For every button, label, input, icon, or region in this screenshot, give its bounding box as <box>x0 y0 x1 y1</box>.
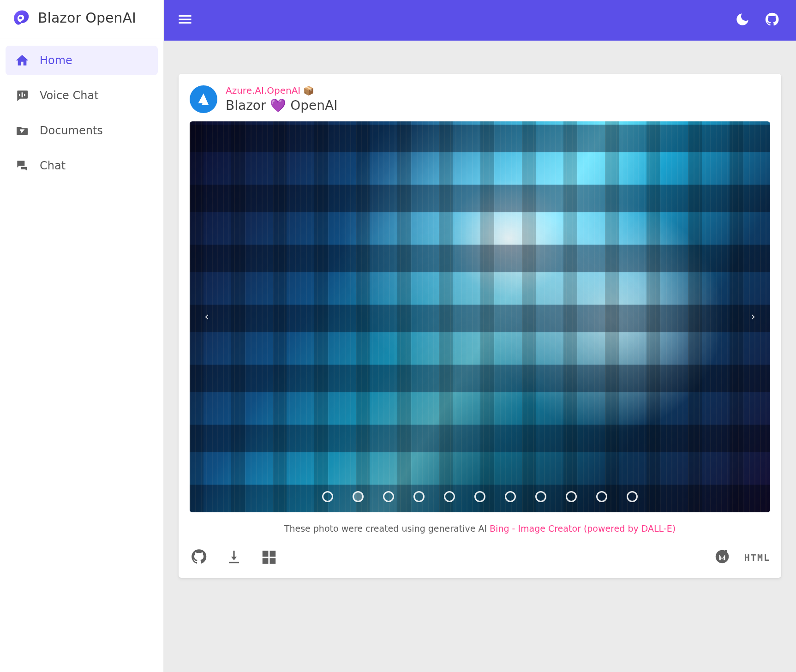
card-header-text: Azure.AI.OpenAI 📦 Blazor 💜 OpenAI <box>226 85 337 113</box>
sidebar: Blazor OpenAI Home Voice Chat Documents <box>0 0 164 672</box>
caption-text: These photo were created using generativ… <box>284 523 490 534</box>
carousel-prev-button[interactable]: ‹ <box>196 306 217 327</box>
github-icon <box>764 12 780 29</box>
carousel-next-button[interactable]: › <box>742 306 764 327</box>
sidebar-item-label: Voice Chat <box>40 89 99 102</box>
menu-button[interactable] <box>174 9 196 31</box>
chevron-left-icon: ‹ <box>204 310 209 323</box>
mudblazor-icon <box>713 548 731 567</box>
content-area: Azure.AI.OpenAI 📦 Blazor 💜 OpenAI ‹ › <box>164 41 796 672</box>
footer-windows-button[interactable] <box>260 548 278 567</box>
sidebar-item-label: Documents <box>40 124 103 137</box>
html-badge[interactable]: HTML <box>744 552 770 563</box>
sidebar-item-chat[interactable]: Chat <box>6 151 158 180</box>
svg-point-0 <box>19 17 22 19</box>
documents-icon <box>15 123 30 138</box>
card-title: Blazor 💜 OpenAI <box>226 98 337 113</box>
carousel-dot[interactable] <box>322 491 333 502</box>
carousel-dot[interactable] <box>444 491 455 502</box>
carousel-dot[interactable] <box>383 491 394 502</box>
carousel-dot[interactable] <box>413 491 425 502</box>
github-icon <box>190 548 208 567</box>
brand: Blazor OpenAI <box>0 0 163 38</box>
github-link-button[interactable] <box>761 9 783 31</box>
nuget-link-label: Azure.AI.OpenAI <box>226 85 300 96</box>
caption: These photo were created using generativ… <box>179 520 781 546</box>
carousel-dot[interactable] <box>596 491 607 502</box>
caption-link[interactable]: Bing - Image Creator (powered by DALL-E) <box>490 523 676 534</box>
home-card: Azure.AI.OpenAI 📦 Blazor 💜 OpenAI ‹ › <box>179 74 781 578</box>
footer-github-button[interactable] <box>190 548 208 567</box>
sidebar-item-voice-chat[interactable]: Voice Chat <box>6 81 158 110</box>
sidebar-item-home[interactable]: Home <box>6 46 158 75</box>
footer-right: HTML <box>713 548 770 567</box>
carousel-dot[interactable] <box>474 491 485 502</box>
chat-icon <box>15 158 30 173</box>
carousel-dot[interactable] <box>505 491 516 502</box>
package-icon: 📦 <box>303 85 314 96</box>
footer-mudblazor-button[interactable] <box>713 548 731 567</box>
sidebar-nav: Home Voice Chat Documents Chat <box>0 38 163 186</box>
carousel-dot[interactable] <box>353 491 364 502</box>
carousel-dot[interactable] <box>566 491 577 502</box>
theme-toggle-button[interactable] <box>731 9 754 31</box>
chevron-right-icon: › <box>751 310 755 323</box>
image-carousel: ‹ › <box>190 121 770 512</box>
download-icon <box>225 548 243 567</box>
app-root: Blazor OpenAI Home Voice Chat Documents <box>0 0 796 672</box>
nuget-link[interactable]: Azure.AI.OpenAI 📦 <box>226 85 337 96</box>
footer-download-button[interactable] <box>225 548 243 567</box>
voice-icon <box>15 88 30 103</box>
carousel-dot[interactable] <box>535 491 546 502</box>
carousel-image <box>190 121 770 512</box>
carousel-dots <box>190 491 770 502</box>
windows-icon <box>260 548 278 567</box>
menu-icon <box>177 11 193 30</box>
blazor-logo-icon <box>13 8 31 27</box>
main-column: Azure.AI.OpenAI 📦 Blazor 💜 OpenAI ‹ › <box>164 0 796 672</box>
home-icon <box>15 53 30 68</box>
card-header: Azure.AI.OpenAI 📦 Blazor 💜 OpenAI <box>179 74 781 121</box>
card-footer: HTML <box>179 546 781 578</box>
footer-left <box>190 548 278 567</box>
brand-title: Blazor OpenAI <box>38 10 136 26</box>
moon-icon <box>735 12 750 29</box>
topbar <box>164 0 796 41</box>
sidebar-item-documents[interactable]: Documents <box>6 116 158 145</box>
svg-point-1 <box>724 550 727 552</box>
carousel-dot[interactable] <box>627 491 638 502</box>
sidebar-item-label: Chat <box>40 159 66 172</box>
sidebar-item-label: Home <box>40 54 72 67</box>
azure-badge-icon <box>190 85 217 113</box>
